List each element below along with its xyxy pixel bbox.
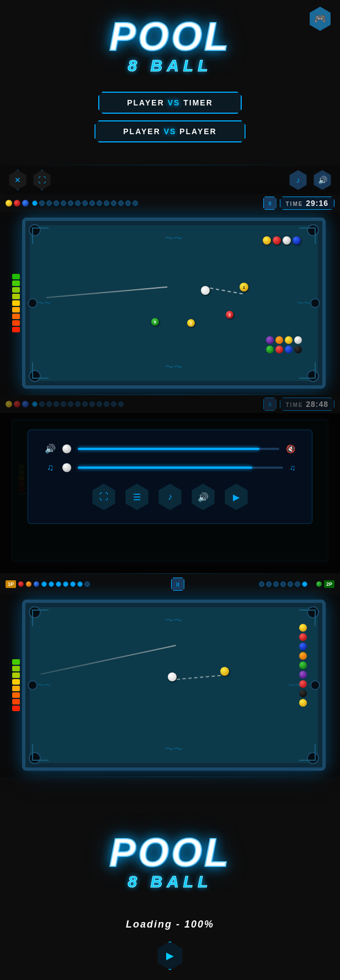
- vs-text-1: VS: [168, 98, 180, 107]
- power-meter-1: [12, 274, 20, 332]
- pm: [12, 666, 20, 671]
- power-bar: [12, 314, 20, 319]
- player-vs-timer-button[interactable]: PLAYER VS TIMER: [98, 92, 242, 114]
- game-icon-button[interactable]: 🎮: [308, 7, 332, 31]
- fullscreen-hex-btn[interactable]: ⛶: [91, 484, 117, 510]
- ball-o-2p: [26, 581, 31, 587]
- volume-row: 🔊 🔇: [45, 443, 295, 454]
- dot: [61, 401, 66, 407]
- dot: [82, 200, 88, 206]
- volume-slider[interactable]: [78, 448, 279, 450]
- dot: [118, 200, 124, 206]
- b2p8: [299, 690, 307, 697]
- music-button-1[interactable]: ♪: [288, 170, 308, 190]
- dot: [111, 401, 116, 407]
- list-hex-btn[interactable]: ☰: [124, 484, 150, 510]
- volume-fill: [78, 448, 259, 450]
- dot: [104, 200, 109, 206]
- pool-table-wrapper-2p: 〜〜 〜〜 〜〜 〜〜: [0, 594, 340, 776]
- ball-cluster-1: [263, 236, 301, 245]
- logo-pool: POOL: [0, 17, 340, 56]
- power-meter-2p: [12, 659, 20, 711]
- dot: [302, 581, 307, 587]
- power-bar: [12, 320, 20, 326]
- player-vs-player-button[interactable]: PLAYER VS PLAYER: [94, 120, 245, 142]
- dot: [68, 200, 73, 206]
- play-hex-btn[interactable]: ▶: [223, 484, 249, 510]
- dot: [54, 200, 59, 206]
- dot: [54, 401, 59, 407]
- b2p1: [299, 624, 307, 632]
- dot: [39, 401, 45, 407]
- status-bar-1: ⏸ TIME 29:16: [0, 194, 340, 212]
- ball-y2: 1: [187, 319, 195, 327]
- time-value-2: 28:48: [306, 400, 328, 409]
- controls-bar-1: ✕ ⛶ ♪ 🔊: [0, 166, 340, 194]
- mute-icon[interactable]: 🔇: [286, 444, 295, 453]
- time-value-1: 29:16: [306, 199, 328, 208]
- dot: [266, 581, 272, 587]
- dot: [89, 401, 95, 407]
- wave-top: 〜〜: [165, 233, 183, 245]
- dot: [111, 200, 116, 206]
- pause-button-2[interactable]: ⏸: [263, 398, 277, 411]
- ball-b-s2: [22, 401, 29, 407]
- power-bar: [12, 327, 20, 332]
- pool-table-wrapper-1: 1 6 1 3: [0, 212, 340, 394]
- dot: [118, 401, 124, 407]
- pocket-ml: [28, 298, 38, 308]
- wave-right: 〜〜: [297, 299, 310, 308]
- pm: [12, 692, 20, 698]
- pool-table-1[interactable]: 1 6 1 3: [22, 218, 326, 389]
- sound-button-1[interactable]: 🔊: [312, 170, 332, 190]
- mute-music-icon[interactable]: ♫: [290, 463, 296, 472]
- power-bar: [12, 274, 20, 279]
- dot: [56, 581, 61, 587]
- loading-text: Loading - 100%: [126, 919, 214, 930]
- bc2: [273, 236, 281, 245]
- ball-indicator-1: [6, 200, 29, 206]
- b2p9: [299, 699, 307, 707]
- game-section-2p: 1P ⏸ 2P: [0, 574, 340, 776]
- time-display-2: TIME 28:48: [280, 398, 334, 411]
- power-bar: [12, 287, 20, 293]
- wave-right-2p: 〜〜: [288, 681, 301, 690]
- bc3: [283, 236, 291, 245]
- main-menu: 🎮 POOL 8 BALL PLAYER VS TIMER PLAYER VS …: [0, 0, 340, 165]
- power-bar: [12, 300, 20, 306]
- dot: [32, 401, 38, 407]
- close-button[interactable]: ✕: [8, 170, 28, 190]
- pause-button-1[interactable]: ⏸: [263, 197, 277, 210]
- player1-badge: 1P: [6, 580, 16, 588]
- corner-tl-2p: [32, 610, 49, 626]
- bc8: [294, 336, 302, 344]
- settings-section: ⏸ TIME 28:48 🔊: [0, 395, 340, 573]
- dot: [104, 401, 109, 407]
- bc10: [275, 346, 283, 353]
- note-hex-btn[interactable]: ♪: [157, 484, 183, 510]
- pool-table-2p[interactable]: 〜〜 〜〜 〜〜 〜〜: [22, 600, 326, 771]
- volume-hex-btn[interactable]: 🔊: [190, 484, 216, 510]
- loading-logo-8ball: 8 BALL: [109, 872, 231, 891]
- ball-r: 3: [226, 311, 233, 319]
- ball-r-s2: [14, 401, 20, 407]
- dot: [280, 581, 286, 587]
- bc7: [285, 336, 293, 344]
- table-felt-2p: 〜〜 〜〜 〜〜 〜〜: [30, 607, 318, 763]
- table-felt-1: 1 6 1 3: [30, 225, 318, 381]
- b2p3: [299, 643, 307, 650]
- dot: [125, 200, 131, 206]
- ball-g: 6: [151, 318, 159, 326]
- pause-button-2p[interactable]: ⏸: [171, 578, 184, 591]
- pm: [12, 679, 20, 685]
- fullscreen-button-1[interactable]: ⛶: [32, 170, 52, 190]
- music-slider[interactable]: [78, 467, 283, 469]
- loading-logo-pool: POOL: [109, 833, 231, 872]
- loading-play-button[interactable]: ▶: [156, 941, 184, 970]
- progress-track-2p-left: [41, 581, 97, 587]
- pocket-ml-2p: [28, 680, 38, 690]
- pm: [12, 706, 20, 711]
- volume-icon: 🔊: [45, 443, 56, 454]
- pm: [12, 672, 20, 678]
- wave-bottom: 〜〜: [165, 362, 183, 373]
